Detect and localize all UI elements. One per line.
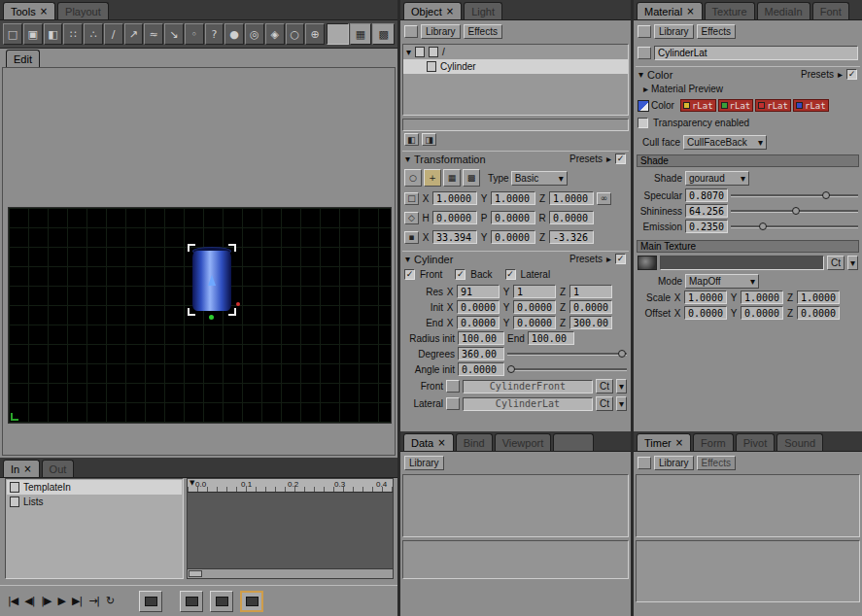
presets-arrow-icon[interactable]: ▸ [606,254,611,264]
radius-end-field[interactable]: 100.00 [528,331,574,345]
tab-edit[interactable]: Edit [6,50,40,67]
presets-label[interactable]: Presets [569,254,603,264]
star-icon[interactable]: ◈ [265,23,285,45]
grid-coarse-icon[interactable]: ▩ [372,23,395,45]
pivot-tool-icon[interactable]: ○ [404,169,422,187]
material-chip-3[interactable]: rLat [755,99,791,112]
emission-field[interactable]: 0.2350 [685,220,728,233]
angle-init-field[interactable]: 0.0000 [458,362,504,376]
output-mode-button-active[interactable] [240,591,263,612]
close-icon[interactable]: × [675,438,683,448]
curve-up-icon[interactable]: ↗ [124,23,144,45]
back-checkbox[interactable]: ✓ [455,269,465,280]
help-icon[interactable]: ? [205,23,224,45]
tree-node-cylinder[interactable]: Cylinder [403,59,628,74]
tab-bind[interactable]: Bind [456,433,493,451]
crosshair-icon[interactable]: ⊕ [305,23,325,45]
texture-offset-x-field[interactable]: 0.0000 [684,306,727,320]
degrees-field[interactable]: 360.00 [458,347,504,360]
texture-thumb-icon[interactable] [446,397,460,410]
shininess-field[interactable]: 64.256 [685,204,728,218]
tab-timer[interactable]: Timer × [637,433,691,451]
shininess-slider[interactable] [731,205,858,217]
expand-icon[interactable]: ▸ [643,84,648,94]
rotation-h-field[interactable]: 0.0000 [432,211,477,224]
box-select-icon[interactable]: ▣ [23,23,43,45]
type-dropdown[interactable]: Basic ▾ [511,171,568,186]
wave-icon[interactable]: ≈ [144,23,163,45]
list-item-templatein[interactable]: TemplateIn [7,480,182,495]
collapse-icon[interactable]: ▾ [405,254,410,264]
effects-button[interactable]: Effects [464,24,502,39]
lateral-texture-dropdown[interactable]: ▾ [616,396,627,411]
jump-end-button[interactable]: →| [88,595,99,607]
selection-handle-topleft[interactable] [188,244,195,252]
end-z-field[interactable]: 300.00 [569,316,612,329]
front-texture-field[interactable]: CylinderFront [463,380,593,394]
cylinder-section-header[interactable]: ▾ Cylinder Presets ▸ ✓ [402,251,629,266]
init-z-field[interactable]: 0.0000 [569,300,612,314]
selection-handle-bottomleft[interactable] [188,308,195,316]
tab-mediain[interactable]: MediaIn [757,2,810,19]
material-preview-row[interactable]: ▸ Material Preview [638,84,858,94]
angle-init-slider[interactable] [507,363,627,375]
collapse-icon[interactable]: ▾ [638,69,643,80]
color-section-header[interactable]: ▾ Color Presets ▸ ✓ [636,66,860,82]
tab-blank[interactable] [553,433,594,451]
rotation-r-field[interactable]: 0.0000 [549,211,594,224]
texture-offset-y-field[interactable]: 0.0000 [741,306,783,320]
lateral-checkbox[interactable]: ✓ [505,269,516,280]
effects-button[interactable]: Effects [697,24,736,39]
position-x-field[interactable]: 33.394 [432,230,477,244]
material-chip-4[interactable]: rLat [793,99,829,112]
output-mode-button-1[interactable] [180,591,203,612]
selection-handle-bottomright[interactable] [228,308,236,316]
rotation-icon[interactable]: ◇ [404,212,419,224]
specular-slider[interactable] [731,189,858,201]
main-texture-dropdown[interactable]: ▾ [847,256,858,270]
slider-knob[interactable] [759,222,767,230]
slider-knob[interactable] [792,207,800,215]
radius-init-field[interactable]: 100.00 [458,331,504,345]
split-right-button[interactable]: ◨ [422,133,436,146]
step-back-button[interactable]: ◀| [24,595,34,607]
blank-square-icon[interactable] [327,23,349,45]
grid-tool-icon[interactable]: ▦ [443,169,461,187]
axis-tool-icon[interactable]: + [424,169,441,187]
texture-offset-z-field[interactable]: 0.0000 [797,306,840,320]
material-thumb-icon[interactable] [638,47,651,59]
snap-icon[interactable]: ∴ [84,23,103,45]
output-mode-button-2[interactable] [210,591,233,612]
tab-texture[interactable]: Texture [705,2,755,19]
res-x-field[interactable]: 91 [457,285,500,298]
scene-viewport[interactable] [8,207,392,424]
cylinder-object[interactable] [190,246,234,314]
scale-y-field[interactable]: 1.0000 [491,191,535,205]
close-icon[interactable]: × [446,7,454,17]
init-x-field[interactable]: 0.0000 [457,300,500,314]
position-icon[interactable]: ▪ [404,231,419,244]
presets-arrow-icon[interactable]: ▸ [838,69,843,80]
res-y-field[interactable]: 1 [513,285,556,298]
translate-icon[interactable]: ◧ [44,23,63,45]
front-texture-ct-button[interactable]: Ct [596,379,613,394]
timeline-scrollbar[interactable] [188,568,393,578]
sphere-icon[interactable]: ● [224,23,244,45]
step-forward-button[interactable]: ▶| [72,595,82,607]
tab-form[interactable]: Form [693,433,734,451]
position-z-field[interactable]: -3.326 [549,230,594,244]
collapse-icon[interactable]: ▾ [406,47,411,57]
scale-icon[interactable]: □ [404,192,419,205]
lateral-texture-ct-button[interactable]: Ct [596,396,613,411]
play-reverse-button[interactable]: |▶ [41,595,51,607]
material-name-field[interactable]: CylinderLat [654,46,858,60]
color-swatch[interactable] [638,100,649,112]
split-left-button[interactable]: ◧ [404,133,419,146]
lateral-texture-field[interactable]: CylinderLat [463,397,593,411]
close-icon[interactable]: × [40,7,48,17]
close-icon[interactable]: × [686,7,694,17]
tab-in[interactable]: In × [3,460,40,477]
presets-checkbox[interactable]: ✓ [846,69,857,80]
slider-knob[interactable] [618,350,626,358]
end-x-field[interactable]: 0.0000 [457,316,500,329]
